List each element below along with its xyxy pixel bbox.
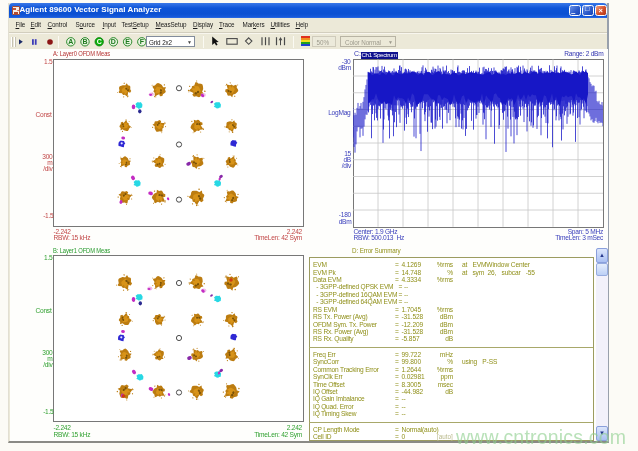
svg-text:A: A	[68, 38, 73, 45]
svg-text:D: D	[111, 38, 116, 45]
svg-text:C: C	[97, 38, 102, 45]
svg-text:E: E	[125, 38, 130, 45]
svg-text:F: F	[140, 38, 145, 45]
svg-text:B: B	[82, 38, 87, 45]
